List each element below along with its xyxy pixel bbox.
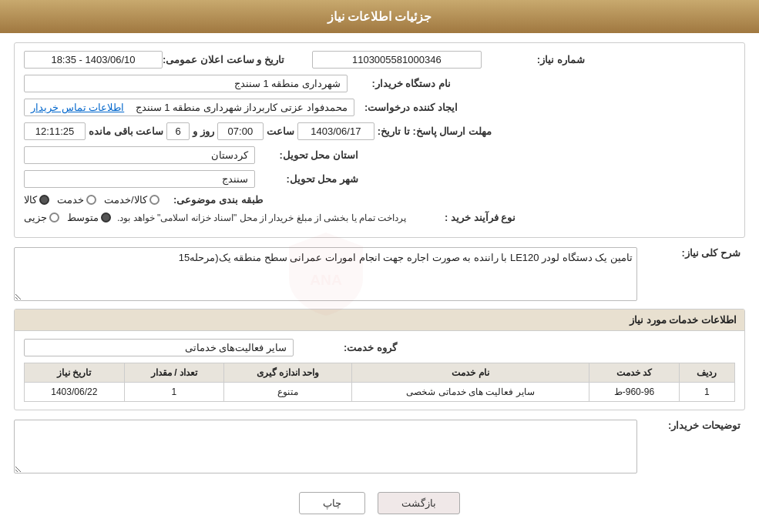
process-medium-radio: [101, 212, 111, 223]
col-name: نام خدمت: [351, 363, 589, 383]
col-qty: تعداد / مقدار: [124, 363, 223, 383]
category-kala-khidmat-label: کالا/خدمت: [104, 194, 147, 206]
category-kala-khidmat: کالا/خدمت: [104, 194, 160, 206]
cell-qty: 1: [124, 383, 223, 402]
deadline-remaining-label: ساعت باقی مانده: [89, 125, 163, 137]
category-kala-radio: [39, 195, 49, 205]
province-value: کردستان: [24, 146, 255, 164]
announcement-value: 1403/06/10 - 18:35: [24, 51, 163, 69]
requester-row: ایجاد کننده درخواست: محمدفواد عزتی کاربر…: [24, 99, 735, 116]
cell-row: 1: [679, 383, 734, 402]
announcement-row: شماره نیاز: 1103005581000346 تاریخ و ساع…: [24, 51, 735, 69]
page-wrapper: جزئیات اطلاعات نیاز شماره نیاز: 11030055…: [0, 0, 759, 532]
category-label: طبقه بندی موضوعی:: [160, 194, 267, 206]
province-label: استان محل تحویل:: [255, 149, 363, 161]
city-value: سنندج: [24, 170, 255, 188]
description-row: شرح کلی نیاز: ANA: [14, 247, 745, 301]
services-body: گروه خدمت: سایر فعالیت‌های خدماتی ردیف ک…: [15, 331, 744, 410]
process-small-radio: [49, 212, 59, 223]
deadline-remaining: 12:11:25: [24, 122, 86, 140]
need-number-label: شماره نیاز:: [482, 54, 589, 65]
service-group-value: سایر فعالیت‌های خدماتی: [24, 339, 294, 356]
process-group: پرداخت تمام یا بخشی از مبلغ خریدار از مح…: [24, 212, 412, 223]
process-row: نوع فرآیند خرید : پرداخت تمام یا بخشی از…: [24, 212, 735, 223]
process-small-label: جزیی: [24, 212, 47, 223]
process-medium-label: متوسط: [67, 212, 99, 223]
service-group-label: گروه خدمت:: [294, 342, 401, 353]
process-label: نوع فرآیند خرید :: [412, 212, 520, 223]
requester-value: محمدفواد عزتی کاربرداز شهرداری منطقه 1 س…: [24, 99, 354, 116]
main-info-section: شماره نیاز: 1103005581000346 تاریخ و ساع…: [14, 42, 745, 238]
page-title: جزئیات اطلاعات نیاز: [0, 0, 759, 33]
city-row: شهر محل تحویل: سنندج: [24, 170, 735, 188]
back-button[interactable]: بازگشت: [378, 492, 460, 514]
deadline-time-label: ساعت: [267, 125, 294, 137]
buyer-org-label: نام دستگاه خریدار:: [348, 78, 455, 89]
col-row: ردیف: [679, 363, 734, 383]
col-date: تاریخ نیاز: [25, 363, 125, 383]
deadline-days: 6: [166, 122, 190, 140]
col-unit: واحد اندازه گیری: [224, 363, 352, 383]
services-table: ردیف کد خدمت نام خدمت واحد اندازه گیری ت…: [24, 363, 735, 402]
watermark-logo: ANA: [280, 228, 372, 320]
service-group-row: گروه خدمت: سایر فعالیت‌های خدماتی: [24, 339, 735, 356]
category-kala-label: کالا: [24, 194, 37, 206]
buyer-notes-row: توضیحات خریدار:: [14, 420, 745, 473]
cell-name: سایر فعالیت های خدماتی شخصی: [351, 383, 589, 402]
deadline-label: مهلت ارسال پاسخ: تا تاریخ:: [378, 125, 496, 137]
deadline-day-label: روز و: [193, 125, 214, 137]
city-label: شهر محل تحویل:: [255, 173, 363, 185]
print-button[interactable]: چاپ: [299, 492, 365, 514]
cell-code: 960-96-ط: [589, 383, 680, 402]
main-info-body: شماره نیاز: 1103005581000346 تاریخ و ساع…: [15, 43, 744, 237]
table-row: 1 960-96-ط سایر فعالیت های خدماتی شخصی م…: [25, 383, 735, 402]
deadline-date: 1403/06/17: [297, 122, 374, 140]
requester-contact-link[interactable]: اطلاعات تماس خریدار: [31, 102, 124, 113]
category-kala-khidmat-radio: [149, 195, 160, 205]
process-medium: متوسط: [67, 212, 111, 223]
requester-text: محمدفواد عزتی کاربرداز شهرداری منطقه 1 س…: [136, 102, 348, 113]
process-options: متوسط جزیی: [24, 212, 111, 223]
description-label: شرح کلی نیاز:: [637, 247, 745, 259]
svg-text:ANA: ANA: [310, 272, 342, 288]
col-code: کد خدمت: [589, 363, 680, 383]
buyer-org-row: نام دستگاه خریدار: شهرداری منطقه 1 سنندج: [24, 75, 735, 92]
requester-label: ایجاد کننده درخواست:: [354, 102, 462, 113]
buyer-notes-textarea[interactable]: [14, 420, 637, 473]
category-row: طبقه بندی موضوعی: کالا/خدمت خدمت کالا: [24, 194, 735, 206]
category-khidmat-label: خدمت: [57, 194, 84, 206]
button-area: بازگشت چاپ: [14, 481, 745, 528]
category-kala: کالا: [24, 194, 49, 206]
process-note: پرداخت تمام یا بخشی از مبلغ خریدار از مح…: [117, 212, 406, 223]
need-number-value: 1103005581000346: [312, 51, 482, 69]
deadline-time: 07:00: [217, 122, 264, 140]
services-section: اطلاعات خدمات مورد نیاز گروه خدمت: سایر …: [14, 309, 745, 410]
process-small: جزیی: [24, 212, 59, 223]
cell-unit: متنوع: [224, 383, 352, 402]
deadline-row: مهلت ارسال پاسخ: تا تاریخ: 1403/06/17 سا…: [24, 122, 735, 140]
announcement-label: تاریخ و ساعت اعلان عمومی:: [163, 54, 289, 65]
province-row: استان محل تحویل: کردستان: [24, 146, 735, 164]
buyer-notes-label: توضیحات خریدار:: [637, 420, 745, 431]
category-khidmat-radio: [86, 195, 96, 205]
category-options: کالا/خدمت خدمت کالا: [24, 194, 160, 206]
cell-date: 1403/06/22: [25, 383, 125, 402]
services-title: اطلاعات خدمات مورد نیاز: [15, 309, 744, 331]
category-khidmat: خدمت: [57, 194, 96, 206]
content-area: شماره نیاز: 1103005581000346 تاریخ و ساع…: [0, 33, 759, 532]
buyer-org-value: شهرداری منطقه 1 سنندج: [24, 75, 348, 92]
